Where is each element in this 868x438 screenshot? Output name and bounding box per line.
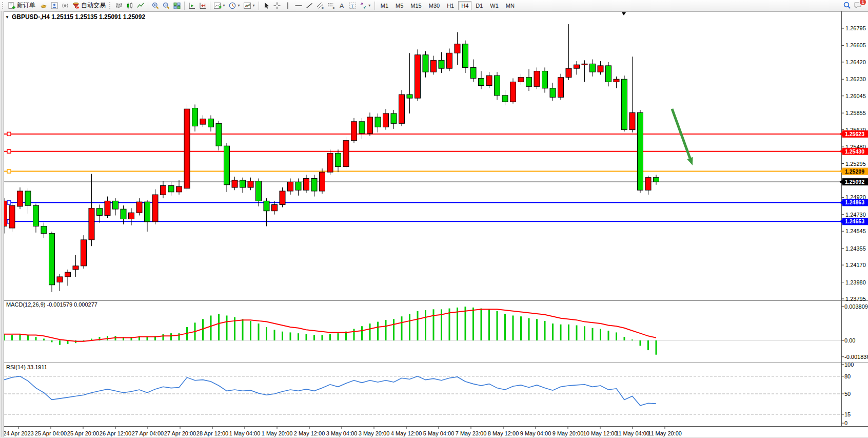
svg-text:5 May 04:00: 5 May 04:00 — [423, 430, 455, 436]
price-chart-canvas[interactable]: 1.267951.266051.264201.262301.260451.258… — [0, 11, 868, 438]
chart-title-text: GBPUSD-,H4 1.25115 1.25135 1.25091 1.250… — [12, 13, 145, 21]
timeframe-button-H4[interactable]: H4 — [458, 1, 471, 10]
bar-chart-icon — [115, 2, 123, 10]
timeframe-button-M1[interactable]: M1 — [378, 1, 391, 10]
svg-text:10 May 12:00: 10 May 12:00 — [583, 430, 618, 436]
new-order-button[interactable]: 新订单 — [7, 1, 38, 11]
auto-trading-button[interactable]: 自动交易 — [71, 1, 108, 11]
equidistant-channel-button[interactable]: E — [315, 1, 325, 11]
line-chart-icon — [136, 2, 145, 10]
svg-text:25 Apr 20:00: 25 Apr 20:00 — [67, 430, 99, 436]
svg-text:9 May 20:00: 9 May 20:00 — [553, 430, 584, 436]
main-toolbar: 新订单 自动交易 — [0, 0, 868, 11]
zoom-out-icon — [162, 2, 170, 10]
svg-text:1.25092: 1.25092 — [845, 179, 864, 185]
bar-chart-button[interactable] — [114, 1, 124, 11]
vertical-line-button[interactable] — [283, 1, 293, 11]
line-handle — [7, 132, 11, 136]
svg-text:4 May 12:00: 4 May 12:00 — [391, 430, 422, 436]
candlestick-chart-icon — [126, 2, 134, 10]
svg-text:1 May 04:00: 1 May 04:00 — [229, 430, 261, 436]
svg-text:9 May 04:00: 9 May 04:00 — [520, 430, 551, 436]
dropdown-caret-icon: ▼ — [252, 4, 255, 7]
vertical-line-icon — [284, 2, 292, 10]
timeframe-button-M5[interactable]: M5 — [392, 1, 406, 10]
svg-text:3 May 20:00: 3 May 20:00 — [359, 430, 390, 436]
gold-ingot-icon — [40, 2, 48, 10]
notification-badge[interactable]: 1 — [859, 0, 866, 6]
text-a-icon: A — [338, 2, 346, 10]
svg-text:27 Apr 04:00: 27 Apr 04:00 — [132, 430, 164, 436]
window-menu-icon[interactable]: ▼ — [5, 15, 9, 20]
indicators-button[interactable]: ▼ — [212, 1, 227, 11]
svg-text:1.24170: 1.24170 — [845, 262, 866, 268]
svg-text:15: 15 — [844, 411, 851, 417]
candlestick-chart-button[interactable] — [125, 1, 135, 11]
line-handle — [7, 149, 11, 153]
svg-text:1.25295: 1.25295 — [845, 161, 866, 167]
auto-scroll-icon — [188, 2, 196, 10]
search-button[interactable] — [842, 1, 853, 11]
fibonacci-button[interactable]: F — [326, 1, 336, 11]
crosshair-button[interactable] — [272, 1, 282, 11]
timeframe-button-MN[interactable]: MN — [503, 1, 518, 10]
gold-tool-button[interactable] — [38, 1, 49, 11]
svg-text:T: T — [351, 3, 354, 8]
templates-button[interactable]: ▼ — [242, 1, 257, 11]
text-label-button[interactable]: T — [347, 1, 358, 11]
svg-text:1.26230: 1.26230 — [845, 76, 866, 82]
auto-scroll-button[interactable] — [187, 1, 197, 11]
profile-button[interactable] — [49, 1, 60, 11]
equidistant-channel-icon: E — [316, 2, 324, 10]
svg-text:1.25623: 1.25623 — [845, 131, 864, 137]
toolbar-separator — [374, 2, 375, 10]
svg-text:1.23795: 1.23795 — [845, 296, 866, 302]
zoom-in-icon — [151, 2, 160, 10]
dropdown-caret-icon: ▼ — [222, 4, 226, 7]
rsi-indicator-label: RSI(14) 33.1911 — [6, 364, 47, 370]
toolbar-right: 1 — [842, 0, 866, 11]
timeframe-group: M1M5M15M30H1H4D1W1MN — [377, 1, 518, 10]
timeframe-button-M30[interactable]: M30 — [426, 1, 443, 10]
svg-text:1.24653: 1.24653 — [845, 218, 864, 224]
crosshair-icon — [273, 2, 281, 10]
svg-text:100: 100 — [844, 361, 854, 368]
svg-text:3 May 04:00: 3 May 04:00 — [326, 430, 358, 436]
svg-text:26 Apr 12:00: 26 Apr 12:00 — [100, 430, 131, 436]
chart-shift-button[interactable] — [198, 1, 208, 11]
timeframe-button-M15[interactable]: M15 — [407, 1, 424, 10]
periods-button[interactable]: ▼ — [227, 1, 242, 11]
svg-text:1.26420: 1.26420 — [845, 59, 866, 65]
toolbar-separator — [184, 2, 185, 10]
timeframe-button-W1[interactable]: W1 — [487, 1, 502, 10]
template-chart-icon — [243, 2, 251, 10]
svg-text:0.00: 0.00 — [844, 337, 855, 344]
arrows-shapes-button[interactable]: ▼ — [358, 1, 372, 11]
timeframe-button-H1[interactable]: H1 — [444, 1, 457, 10]
text-button[interactable]: A — [337, 1, 347, 11]
svg-text:24 Apr 2023: 24 Apr 2023 — [3, 430, 33, 436]
trendline-button[interactable] — [304, 1, 314, 11]
svg-text:27 Apr 20:00: 27 Apr 20:00 — [164, 430, 196, 436]
signals-icon — [61, 2, 69, 10]
timeframe-button-D1[interactable]: D1 — [472, 1, 486, 10]
zoom-out-button[interactable] — [161, 1, 171, 11]
tile-windows-button[interactable] — [172, 1, 182, 11]
dropdown-caret-icon: ▼ — [237, 4, 241, 7]
signals-button[interactable] — [60, 1, 70, 11]
dropdown-caret-icon: ▼ — [368, 4, 371, 7]
svg-text:F: F — [332, 7, 334, 10]
svg-text:7 May 23:00: 7 May 23:00 — [456, 430, 487, 436]
zoom-in-button[interactable] — [150, 1, 161, 11]
svg-text:1 May 20:00: 1 May 20:00 — [262, 430, 293, 436]
svg-text:0.003809: 0.003809 — [844, 303, 868, 310]
cursor-button[interactable] — [261, 1, 271, 11]
svg-text:1.23980: 1.23980 — [845, 279, 866, 285]
svg-text:1.26045: 1.26045 — [845, 93, 866, 99]
indicators-icon — [213, 2, 222, 10]
horizontal-line-button[interactable] — [293, 1, 304, 11]
line-chart-button[interactable] — [135, 1, 146, 11]
svg-text:A: A — [339, 2, 344, 9]
svg-text:1.26795: 1.26795 — [845, 25, 866, 31]
trendline-icon — [305, 2, 313, 10]
